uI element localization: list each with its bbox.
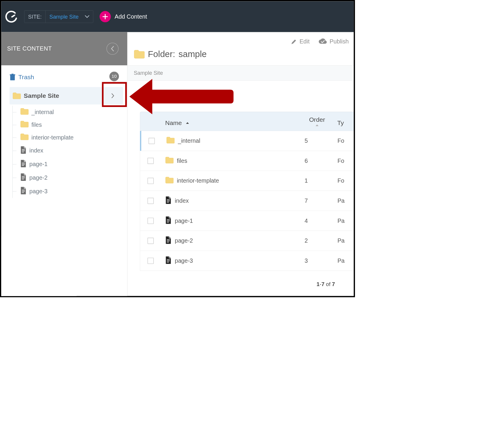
page-icon: [20, 173, 26, 182]
trash-count-badge: 10: [109, 72, 119, 81]
table-row[interactable]: page-14Pa: [140, 211, 354, 231]
folder-icon: [20, 121, 28, 129]
row-checkbox[interactable]: [148, 178, 154, 184]
publish-button[interactable]: Publish: [318, 38, 349, 45]
row-checkbox[interactable]: [148, 138, 155, 144]
sidebar-header: SITE CONTENT: [1, 32, 127, 65]
trash-link[interactable]: Trash 10: [9, 74, 123, 81]
page-icon: [20, 159, 26, 169]
row-order-cell: 4: [300, 218, 335, 224]
folder-icon: [134, 50, 145, 59]
svg-rect-11: [22, 179, 24, 179]
folder-title: Folder: sample: [127, 45, 354, 65]
row-type-cell: Fo: [335, 177, 354, 184]
site-selector[interactable]: SITE: Sample Site: [24, 10, 93, 23]
row-name-cell[interactable]: files: [161, 157, 299, 165]
svg-rect-21: [167, 239, 170, 240]
tree-item[interactable]: files: [17, 119, 123, 131]
tree-item-label: files: [31, 121, 42, 128]
tree-item-label: page-2: [29, 174, 47, 181]
svg-rect-7: [22, 164, 25, 165]
sidebar-title: SITE CONTENT: [7, 46, 52, 52]
folder-icon: [165, 176, 174, 185]
site-selector-value[interactable]: Sample Site: [46, 11, 93, 23]
column-order-label: Order: [309, 116, 325, 123]
table-row[interactable]: index7Pa: [140, 191, 354, 211]
edit-button[interactable]: Edit: [291, 38, 310, 45]
row-name-label: page-3: [175, 257, 193, 264]
row-name-label: index: [175, 197, 189, 204]
sidebar: SITE CONTENT Trash 10: [1, 32, 127, 296]
expand-button[interactable]: [106, 90, 120, 102]
column-name[interactable]: Name: [161, 119, 299, 126]
svg-rect-2: [12, 74, 14, 74]
collapse-sidebar-button[interactable]: [106, 43, 119, 55]
tree-item[interactable]: _internal: [17, 106, 123, 119]
row-name-cell[interactable]: page-3: [161, 256, 299, 265]
tree-item[interactable]: page-1: [17, 157, 123, 171]
edit-label: Edit: [300, 38, 310, 45]
tree-item-label: index: [29, 147, 43, 154]
row-name-cell[interactable]: page-1: [161, 216, 299, 225]
row-checkbox-cell: [141, 138, 162, 144]
row-type-cell: Pa: [335, 257, 354, 264]
folder-icon: [166, 137, 175, 145]
row-checkbox-cell: [140, 238, 161, 244]
tree-item[interactable]: index: [17, 144, 123, 158]
cloud-check-icon: [318, 38, 327, 45]
tree-item[interactable]: page-2: [17, 171, 123, 184]
row-name-cell[interactable]: _internal: [162, 137, 300, 145]
tree-item-label: _internal: [31, 109, 54, 116]
svg-rect-3: [22, 149, 25, 150]
trash-icon: [9, 74, 15, 81]
trash-label: Trash: [18, 74, 34, 81]
svg-rect-19: [167, 221, 170, 221]
svg-rect-0: [10, 75, 15, 80]
row-name-cell[interactable]: page-2: [161, 236, 299, 246]
breadcrumb[interactable]: Sample Site: [127, 65, 354, 80]
svg-rect-10: [22, 178, 25, 178]
row-checkbox[interactable]: [148, 198, 154, 204]
site-selector-value-text: Sample Site: [49, 13, 79, 20]
pagination-from: 1: [316, 281, 319, 288]
table-head: Name Order Ty: [140, 112, 354, 131]
row-name-label: page-1: [175, 218, 193, 224]
svg-rect-18: [167, 219, 170, 220]
row-checkbox[interactable]: [148, 218, 154, 224]
table-row[interactable]: files6Fo: [140, 151, 354, 171]
column-order[interactable]: Order: [299, 116, 335, 126]
row-checkbox[interactable]: [148, 238, 154, 244]
row-checkbox-cell: [140, 158, 161, 164]
row-name-label: files: [177, 158, 187, 164]
row-name-label: interior-template: [177, 177, 219, 184]
tree-item[interactable]: interior-template: [17, 131, 123, 144]
tree-root[interactable]: Sample Site: [9, 87, 123, 104]
sort-asc-icon: [186, 122, 190, 124]
pencil-icon: [291, 38, 297, 45]
table-row[interactable]: interior-template1Fo: [140, 171, 354, 191]
page-icon: [165, 196, 172, 205]
site-selector-label: SITE:: [24, 11, 46, 23]
table-row[interactable]: page-22Pa: [140, 231, 354, 251]
row-name-cell[interactable]: index: [161, 196, 299, 205]
svg-rect-13: [22, 191, 25, 192]
table-row[interactable]: _internal5Fo: [140, 131, 354, 151]
add-content-button[interactable]: Add Content: [100, 11, 147, 22]
row-checkbox[interactable]: [148, 158, 154, 164]
table-row[interactable]: page-33Pa: [140, 251, 354, 271]
svg-rect-23: [167, 242, 169, 242]
pagination: 1-7 of 7: [140, 271, 354, 288]
svg-rect-4: [22, 150, 25, 151]
page-icon: [165, 256, 172, 265]
row-checkbox[interactable]: [148, 258, 154, 264]
chevron-down-icon: [85, 15, 89, 18]
pagination-of: of: [326, 281, 330, 288]
row-name-cell[interactable]: interior-template: [161, 176, 299, 185]
tree-item[interactable]: page-3: [17, 184, 123, 198]
folder-title-prefix: Folder:: [148, 49, 175, 59]
pagination-to: 7: [322, 281, 324, 288]
column-type[interactable]: Ty: [335, 119, 353, 126]
svg-rect-8: [22, 165, 24, 166]
pagination-total: 7: [332, 281, 335, 288]
folder-icon: [20, 108, 28, 116]
